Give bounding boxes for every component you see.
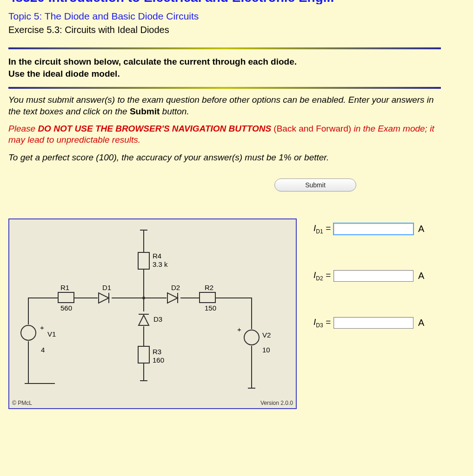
warn-parenthetical: (Back and Forward) (271, 124, 353, 133)
label-r3: R3 (153, 348, 161, 356)
svg-marker-4 (167, 293, 178, 303)
page: 48520 Introduction to Electrical and Ele… (0, 0, 473, 417)
label-v1: V1 (47, 330, 56, 338)
copyright: © PMcL (12, 400, 32, 406)
label-d1: D1 (102, 284, 111, 291)
instr-pre: You must submit answer(s) to the exam qu… (8, 95, 434, 116)
value-r4: 3.3 k (153, 260, 168, 268)
svg-rect-3 (138, 252, 149, 269)
svg-point-7 (244, 330, 259, 345)
label-d2: D2 (171, 284, 180, 291)
source-v2-icon (243, 329, 260, 346)
svg-rect-0 (58, 292, 74, 303)
resistor-r3-icon (138, 346, 150, 364)
unit-id2: A (418, 271, 424, 281)
lower-row: R1 560 D1 R4 3.3 k D2 R2 150 D3 R3 160 +… (8, 218, 465, 409)
input-id1[interactable] (333, 223, 413, 235)
value-v1: 4 (41, 346, 45, 354)
unit-id3: A (418, 317, 424, 328)
submit-button[interactable]: Submit (274, 178, 356, 192)
resistor-r4-icon (138, 252, 150, 270)
resistor-r2-icon (199, 292, 216, 303)
plus-v2: + (237, 325, 241, 333)
svg-rect-6 (200, 292, 215, 303)
input-id2[interactable] (333, 270, 413, 282)
value-v2: 10 (262, 346, 270, 354)
diode-d2-icon (167, 292, 181, 304)
answer-row-id3: ID3 = A (313, 317, 424, 329)
resistor-r1-icon (58, 292, 74, 303)
plus-v1: + (40, 324, 44, 331)
page-main-title: 48520 Introduction to Electrical and Ele… (8, 0, 465, 4)
diode-d3-icon (138, 311, 150, 326)
value-r2: 150 (205, 304, 216, 312)
label-id3: ID3 = (313, 317, 331, 329)
input-id3[interactable] (333, 317, 413, 329)
question-line-2: Use the ideal diode model. (8, 69, 120, 79)
answer-row-id2: ID2 = A (313, 270, 424, 282)
unit-id1: A (418, 224, 424, 234)
instructions: You must submit answer(s) to the exam qu… (8, 94, 436, 117)
warn-prefix: Please (8, 124, 38, 133)
score-note: To get a perfect score (100), the accura… (8, 152, 436, 163)
instr-post: button. (160, 106, 189, 116)
exercise-title: Exercise 5.3: Circuits with Ideal Diodes (8, 25, 465, 35)
svg-marker-8 (139, 315, 149, 325)
circuit-diagram: R1 560 D1 R4 3.3 k D2 R2 150 D3 R3 160 +… (8, 218, 297, 409)
question-text: In the circuit shown below, calculate th… (8, 56, 436, 79)
value-r3: 160 (153, 356, 164, 364)
svg-point-11 (21, 325, 36, 340)
warn-strong: DO NOT USE THE BROWSER'S NAVIGATION BUTT… (38, 124, 271, 133)
svg-marker-1 (99, 293, 109, 303)
warning-text: Please DO NOT USE THE BROWSER'S NAVIGATI… (8, 123, 436, 146)
label-id1: ID1 = (313, 223, 331, 235)
answers-panel: ID1 = A ID2 = A ID3 = A (313, 218, 424, 364)
question-line-1: In the circuit shown below, calculate th… (8, 57, 297, 66)
label-r2: R2 (205, 284, 213, 291)
instr-submit-word: Submit (130, 106, 160, 116)
label-r1: R1 (60, 284, 69, 291)
topic-link[interactable]: Topic 5: The Diode and Basic Diode Circu… (8, 11, 465, 22)
version: Version 2.0.0 (260, 400, 293, 406)
label-r4: R4 (153, 252, 161, 260)
divider (8, 87, 441, 89)
label-v2: V2 (262, 331, 271, 339)
source-v1-icon (20, 324, 37, 341)
label-id2: ID2 = (313, 270, 331, 282)
submit-wrap: Submit (8, 178, 465, 192)
value-r1: 560 (60, 304, 72, 312)
answer-row-id1: ID1 = A (313, 223, 424, 235)
diode-d1-icon (98, 292, 113, 304)
svg-rect-10 (138, 346, 149, 363)
label-d3: D3 (153, 315, 162, 323)
divider (8, 47, 441, 49)
